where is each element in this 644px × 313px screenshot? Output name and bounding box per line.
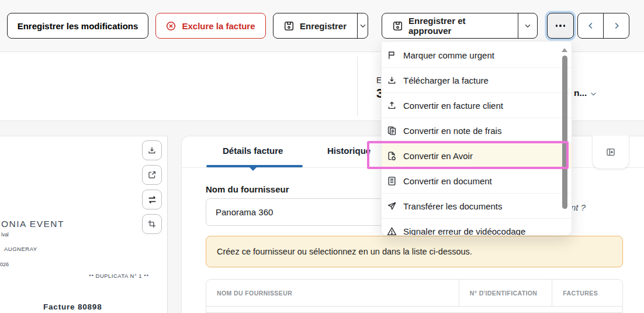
save-floppy-icon	[284, 21, 294, 31]
ellipsis-icon	[556, 25, 558, 27]
tab-invoice-details[interactable]: Détails facture	[223, 146, 283, 156]
more-actions-menu: Marquer comme urgent Télécharger la fact…	[381, 41, 572, 236]
save-approve-split-button: Enregistrer et approuver	[382, 13, 538, 39]
exclude-label: Exclure la facture	[182, 21, 255, 31]
save-approve-button[interactable]: Enregistrer et approuver	[382, 13, 518, 38]
doc-duplicata-label: ** DUPLICATA N° 1 **	[89, 273, 149, 279]
column-supplier-name: NOM DU FOURNISSEUR	[206, 280, 459, 306]
next-invoice-button[interactable]	[603, 13, 629, 38]
menu-item-convert-expense[interactable]: Convertir en note de frais	[382, 118, 572, 143]
crop-document-button[interactable]	[142, 214, 162, 234]
supplier-table: NOM DU FOURNISSEUR N° D'IDENTIFICATION F…	[206, 279, 623, 313]
chevron-down-icon	[359, 22, 367, 30]
collapse-panel-icon	[606, 147, 615, 157]
supplier-table-header: NOM DU FOURNISSEUR N° D'IDENTIFICATION F…	[206, 280, 622, 307]
collapse-panel-button[interactable]	[592, 136, 629, 169]
save-approve-floppy-icon	[393, 21, 403, 31]
doc-invoice-number: Facture 80898	[43, 302, 102, 311]
invoice-app-page: Enregistrer les modifications Exclure la…	[0, 0, 644, 313]
doc-supplier-name: ONIA EVENT	[1, 219, 64, 229]
invoice-pager	[577, 13, 629, 39]
active-tab-caret	[250, 167, 257, 171]
flag-icon	[387, 50, 397, 60]
chevron-right-icon	[612, 21, 621, 30]
send-icon	[387, 201, 397, 211]
save-dropdown-toggle[interactable]	[357, 13, 368, 38]
header-divider	[357, 57, 358, 116]
menu-item-convert-document[interactable]: Convertir en document	[382, 168, 572, 194]
tab-history[interactable]: Historique	[327, 146, 371, 156]
menu-item-transfer-documents[interactable]: Transférer les documents	[382, 194, 572, 219]
exclude-circle-x-icon	[166, 21, 176, 31]
save-label: Enregistrer	[300, 21, 347, 31]
download-document-button[interactable]	[142, 140, 162, 160]
expense-note-icon	[387, 126, 397, 136]
save-changes-button[interactable]: Enregistrer les modifications	[7, 13, 148, 39]
doc-subline: lval	[1, 232, 9, 238]
supplier-question-partial: nt ?	[571, 202, 586, 212]
save-split-button: Enregistrer	[273, 13, 368, 39]
open-external-button[interactable]	[142, 165, 162, 185]
document-icon	[387, 176, 397, 186]
external-link-icon	[147, 170, 157, 180]
menu-item-report-coding-error[interactable]: Signaler erreur de vidéocodage	[382, 219, 572, 236]
previous-invoice-button[interactable]	[578, 13, 603, 38]
column-identification-number: N° D'IDENTIFICATION	[459, 280, 552, 306]
download-icon	[147, 146, 157, 155]
save-approve-label: Enregistrer et approuver	[408, 16, 507, 36]
menu-scrollbar-thumb[interactable]	[562, 56, 567, 209]
exclude-invoice-button[interactable]: Exclure la facture	[155, 13, 266, 39]
menu-item-convert-customer-invoice[interactable]: Convertir en facture client	[382, 93, 572, 118]
column-invoices: FACTURES	[552, 280, 622, 306]
menu-item-download-invoice[interactable]: Télécharger la facture	[382, 68, 572, 93]
doc-address-line: AUGNERAY	[4, 246, 37, 252]
supplier-name-label: Nom du fournisseur	[206, 184, 289, 194]
save-button[interactable]: Enregistrer	[273, 13, 357, 38]
save-approve-dropdown-toggle[interactable]	[518, 13, 537, 38]
menu-item-mark-urgent[interactable]: Marquer comme urgent	[382, 43, 572, 68]
crop-icon	[147, 219, 157, 229]
swap-arrows-icon	[147, 195, 157, 205]
save-changes-label: Enregistrer les modifications	[18, 21, 139, 31]
doc-postcode: 026	[0, 262, 9, 267]
status-chevron-down-icon[interactable]	[589, 90, 598, 98]
supplier-warning-text: Créez ce fournisseur ou sélectionnez en …	[217, 247, 472, 256]
highlight-box-convert-credit-note	[367, 141, 569, 169]
chevron-down-icon	[524, 22, 532, 30]
download-icon	[387, 75, 397, 85]
upload-icon	[387, 101, 397, 111]
header-status-value[interactable]: n...	[574, 88, 587, 98]
warning-icon	[387, 226, 397, 236]
supplier-warning-banner: Créez ce fournisseur ou sélectionnez en …	[206, 236, 623, 267]
menu-scroll-up-arrow[interactable]	[562, 48, 567, 52]
more-actions-button[interactable]	[547, 13, 574, 39]
chevron-left-icon	[586, 21, 595, 30]
swap-document-button[interactable]	[142, 190, 162, 209]
